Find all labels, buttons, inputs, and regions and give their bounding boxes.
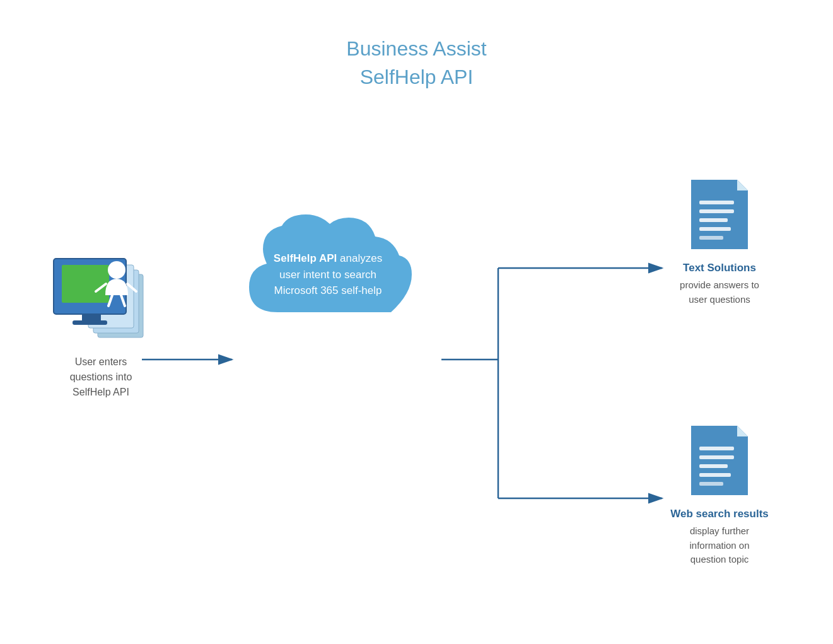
- svg-rect-15: [73, 320, 107, 325]
- svg-rect-28: [699, 464, 728, 468]
- title-line1: Business Assist: [346, 37, 486, 60]
- web-search-doc-icon: [688, 423, 751, 498]
- text-solutions-title: Text Solutions: [656, 262, 783, 274]
- user-label-line2: questions into: [70, 372, 132, 382]
- text-solutions-section: Text Solutions provide answers to user q…: [656, 177, 783, 307]
- svg-rect-25: [699, 236, 723, 240]
- web-search-title: Web search results: [656, 508, 783, 520]
- web-search-desc-line2: information on: [689, 540, 749, 551]
- web-search-desc-line1: display further: [690, 525, 749, 536]
- text-solutions-doc-icon: [688, 177, 751, 252]
- web-search-section: Web search results display further infor…: [656, 423, 783, 567]
- user-icon: [50, 246, 151, 347]
- page-title: Business Assist SelfHelp API: [0, 0, 833, 91]
- svg-rect-13: [62, 265, 109, 303]
- svg-rect-23: [699, 218, 728, 222]
- user-label: User enters questions into SelfHelp API: [38, 354, 164, 400]
- user-label-line1: User enters: [75, 356, 127, 367]
- cloud-icon: SelfHelp API analyzesuser intent to sear…: [236, 208, 419, 341]
- svg-rect-14: [82, 314, 101, 320]
- svg-rect-26: [699, 447, 734, 450]
- text-solutions-desc: provide answers to user questions: [656, 278, 783, 307]
- svg-point-16: [108, 261, 125, 279]
- web-search-desc: display further information on question …: [656, 524, 783, 567]
- svg-rect-29: [699, 473, 731, 477]
- user-label-line3: SelfHelp API: [73, 387, 129, 397]
- svg-rect-24: [699, 227, 731, 231]
- user-section: User enters questions into SelfHelp API: [38, 246, 164, 400]
- svg-rect-21: [699, 201, 734, 204]
- web-search-desc-line3: question topic: [690, 554, 749, 565]
- diagram-area: User enters questions into SelfHelp API …: [0, 114, 833, 644]
- title-line2: SelfHelp API: [360, 66, 474, 88]
- cloud-label: SelfHelp API analyzesuser intent to sear…: [265, 250, 391, 299]
- svg-rect-22: [699, 209, 734, 213]
- cloud-section: SelfHelp API analyzesuser intent to sear…: [233, 208, 422, 341]
- text-solutions-desc-line2: user questions: [689, 294, 750, 305]
- svg-rect-27: [699, 455, 734, 459]
- text-solutions-desc-line1: provide answers to: [680, 279, 759, 290]
- svg-rect-30: [699, 482, 723, 486]
